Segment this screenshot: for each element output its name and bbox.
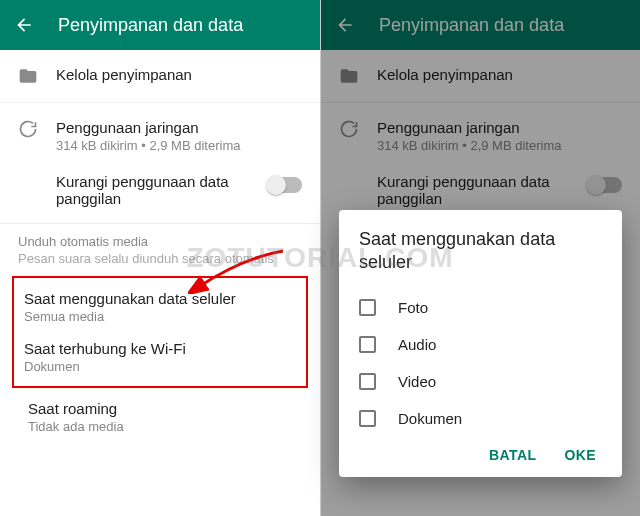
auto-download-cellular-label: Saat menggunakan data seluler xyxy=(24,290,296,307)
dialog-option-photo[interactable]: Foto xyxy=(359,289,602,326)
dialog-option-label: Foto xyxy=(398,299,428,316)
checkbox-icon[interactable] xyxy=(359,410,376,427)
back-icon[interactable] xyxy=(14,15,34,35)
auto-download-cellular-value: Semua media xyxy=(24,309,296,324)
network-usage-row[interactable]: Penggunaan jaringan 314 kB dikirim • 2,9… xyxy=(0,103,320,169)
reduce-call-data-label: Kurangi penggunaan data panggilan xyxy=(56,173,258,207)
media-type-dialog: Saat menggunakan data seluler Foto Audio… xyxy=(339,210,622,477)
auto-download-section-title: Unduh otomatis media xyxy=(0,224,320,251)
manage-storage-row[interactable]: Kelola penyimpanan xyxy=(0,50,320,102)
dialog-option-label: Video xyxy=(398,373,436,390)
back-icon[interactable] xyxy=(335,15,355,35)
checkbox-icon[interactable] xyxy=(359,299,376,316)
dialog-title: Saat menggunakan data seluler xyxy=(359,228,602,275)
highlight-box: Saat menggunakan data seluler Semua medi… xyxy=(12,276,308,388)
folder-icon xyxy=(18,66,38,86)
checkbox-icon[interactable] xyxy=(359,336,376,353)
checkbox-icon[interactable] xyxy=(359,373,376,390)
sync-icon xyxy=(18,119,38,139)
app-header: Penyimpanan dan data xyxy=(321,0,640,50)
dialog-option-document[interactable]: Dokumen xyxy=(359,400,602,437)
dialog-option-label: Dokumen xyxy=(398,410,462,427)
app-header: Penyimpanan dan data xyxy=(0,0,320,50)
auto-download-roaming-row[interactable]: Saat roaming Tidak ada media xyxy=(0,388,320,450)
reduce-call-data-row[interactable]: Kurangi penggunaan data panggilan xyxy=(0,169,320,223)
auto-download-wifi-value: Dokumen xyxy=(24,359,296,374)
network-usage-sub: 314 kB dikirim • 2,9 MB diterima xyxy=(56,138,302,153)
dialog-cancel-button[interactable]: BATAL xyxy=(489,447,536,463)
reduce-call-data-switch[interactable] xyxy=(268,173,302,193)
auto-download-wifi-row[interactable]: Saat terhubung ke Wi-Fi Dokumen xyxy=(14,332,306,382)
dialog-ok-button[interactable]: OKE xyxy=(564,447,596,463)
sync-icon xyxy=(339,119,359,139)
dialog-option-audio[interactable]: Audio xyxy=(359,326,602,363)
manage-storage-row: Kelola penyimpanan xyxy=(321,50,640,102)
manage-storage-label: Kelola penyimpanan xyxy=(56,66,302,83)
auto-download-roaming-label: Saat roaming xyxy=(28,400,302,417)
auto-download-section-sub: Pesan suara selalu diunduh secara otomat… xyxy=(0,251,320,276)
dialog-option-video[interactable]: Video xyxy=(359,363,602,400)
auto-download-cellular-row[interactable]: Saat menggunakan data seluler Semua medi… xyxy=(14,282,306,332)
auto-download-wifi-label: Saat terhubung ke Wi-Fi xyxy=(24,340,296,357)
dialog-option-label: Audio xyxy=(398,336,436,353)
folder-icon xyxy=(339,66,359,86)
auto-download-roaming-value: Tidak ada media xyxy=(28,419,302,434)
settings-screen-right: Penyimpanan dan data Kelola penyimpanan … xyxy=(320,0,640,516)
header-title: Penyimpanan dan data xyxy=(379,15,564,36)
network-usage-row: Penggunaan jaringan 314 kB dikirim • 2,9… xyxy=(321,103,640,169)
settings-screen-left: Penyimpanan dan data Kelola penyimpanan … xyxy=(0,0,320,516)
network-usage-label: Penggunaan jaringan xyxy=(56,119,302,136)
header-title: Penyimpanan dan data xyxy=(58,15,243,36)
